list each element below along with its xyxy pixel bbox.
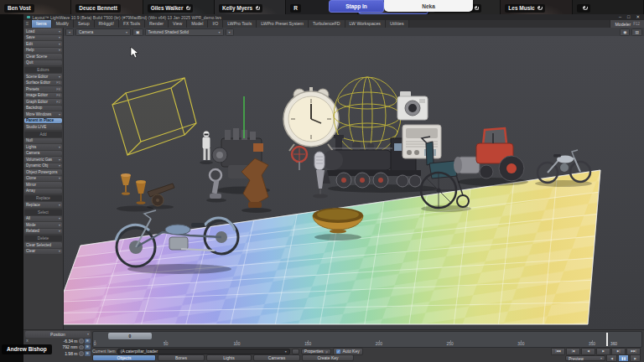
sidebar-item-backdrop[interactable]: Backdrop (24, 106, 62, 111)
sidebar-item-image-editor[interactable]: Image EditorF6 (24, 93, 62, 99)
sidebar-item-all[interactable]: All▾ (24, 216, 62, 222)
sidebar-item-graph-editor[interactable]: Graph EditorF2 (24, 99, 62, 105)
brass-bowl-object[interactable] (313, 208, 363, 240)
chevron-down-icon: ▾ (59, 48, 60, 52)
stapp-in-button[interactable]: Stapp In (329, 0, 384, 13)
sidebar-item-clear-selected[interactable]: Clear Selected (24, 242, 62, 248)
sidebar-item-load[interactable]: Load▾ (24, 28, 62, 34)
sidebar-item-replace[interactable]: Replace▾ (24, 202, 62, 208)
participant-name-pill: Ben Vost (4, 4, 34, 13)
maximize-button[interactable]: □ (627, 14, 630, 20)
preview-step-1[interactable]: ❚❚ (618, 354, 629, 362)
tab-items[interactable]: Items (32, 20, 52, 28)
sidebar-item-surface-editor[interactable]: Surface EditorF5 (24, 80, 62, 86)
call-popup-card[interactable]: Neka (384, 0, 473, 12)
sidebar-item-dynamic-obj[interactable]: Dynamic Obj▾ (24, 163, 62, 169)
participant-tile[interactable]: Kelly Myers (215, 0, 286, 14)
viewport-canvas[interactable] (64, 36, 644, 329)
sidebar-item-clear[interactable]: Clear▾ (24, 249, 62, 255)
sidebar-item-null[interactable]: Null (24, 138, 62, 144)
sidebar-item-parent-in-place[interactable]: Parent in Place (24, 118, 62, 124)
mic-muted-icon (538, 6, 542, 12)
left-toolbar: Load▾Save▾Edit▾Help▾Clear SceneQuitEdito… (23, 28, 64, 329)
position-mode-dropdown[interactable]: Position▾ (25, 331, 91, 338)
sidebar-item-object-powergons[interactable]: Object Powergons (24, 169, 62, 175)
close-button[interactable]: ✕ (636, 14, 640, 20)
pane-layout-menu[interactable]: ▾ (65, 28, 74, 36)
sidebar-item-array[interactable]: Array (24, 189, 62, 194)
tab-i-o[interactable]: I/O (208, 20, 223, 28)
sidebar-item-help[interactable]: Help▾ (24, 48, 62, 54)
sidebar-item-label: Mode (26, 223, 58, 227)
sidebar-item-scene-editor[interactable]: Scene Editor▾ (24, 74, 62, 80)
sidebar-item-studio-live[interactable]: Studio LIVE (24, 124, 62, 130)
chevron-down-icon: ▾ (59, 216, 60, 220)
camera-icon[interactable]: ▣ (132, 28, 143, 36)
minimize-button[interactable]: – (619, 14, 621, 20)
item-lock-toggle[interactable] (292, 349, 299, 355)
sidebar-item-quit[interactable]: Quit (24, 60, 62, 66)
menu-grip-icon[interactable]: ≡ (23, 20, 32, 28)
envelope-button[interactable]: E (85, 339, 91, 344)
scene-3d[interactable] (64, 36, 644, 329)
sidebar-item-related[interactable]: Related▾ (24, 229, 62, 235)
participant-tile[interactable]: Deuce Bennett (71, 0, 143, 14)
mode-button-cameras[interactable]: Cameras (253, 354, 300, 361)
participant-tile[interactable]: Giles Walker (143, 0, 215, 14)
transport-button-0[interactable]: |◀◀ (551, 348, 565, 355)
participant-tile[interactable]: Les Music (501, 0, 572, 14)
sidebar-item-label: Image Editor (26, 93, 55, 97)
sidebar-item-lights[interactable]: Lights▾ (24, 144, 62, 150)
tab-fx-tools[interactable]: FX Tools (119, 20, 145, 28)
envelope-button[interactable]: E (85, 344, 91, 349)
properties-button[interactable]: Properties p (301, 349, 331, 355)
envelope-button[interactable]: E (85, 351, 91, 356)
auto-key-checkbox[interactable]: ✓ (336, 349, 341, 354)
snapshot-icon[interactable]: ◉ (620, 28, 630, 36)
create-key-button[interactable]: Create Key (302, 354, 354, 361)
sidebar-item-mirror[interactable]: Mirror (24, 182, 62, 188)
current-item-dropdown[interactable]: (A caterpillar_loader▾ (117, 349, 290, 355)
participant-tile[interactable]: Ben Vost (0, 0, 71, 14)
sidebar-item-mode[interactable]: Mode▾ (24, 222, 62, 228)
sidebar-item-save[interactable]: Save▾ (24, 35, 62, 41)
tab-lwpro-tools[interactable]: LWPro Tools (223, 20, 257, 28)
tab-lwpro-preset-system[interactable]: LWPro Preset System (257, 20, 309, 28)
tab-turbulencefd[interactable]: TurbulenceFD (309, 20, 345, 28)
mode-button-objects[interactable]: Objects (92, 354, 156, 361)
modeler-button[interactable]: Modeler F12 (610, 20, 644, 28)
sidebar-item-volumetric-gas[interactable]: Volumetric Gas▾ (24, 157, 62, 163)
tab-lw-workspaces[interactable]: LW Workspaces (345, 20, 386, 28)
tab-utilities[interactable]: Utilities (386, 20, 409, 28)
video-call-strip: Ben VostDeuce BennettGiles WalkerKelly M… (0, 0, 644, 14)
mode-button-lights[interactable]: Lights (206, 354, 252, 361)
channel-state-icon[interactable] (79, 345, 84, 350)
sidebar-item-edit[interactable]: Edit▾ (24, 41, 62, 47)
extra-viewport-menu[interactable]: ▾ (226, 28, 234, 36)
channel-state-icon[interactable] (79, 339, 84, 344)
preview-step-0[interactable]: ◀ (606, 354, 617, 362)
sidebar-item-clear-scene[interactable]: Clear Scene (24, 54, 62, 59)
export-icon[interactable]: ▤ (631, 28, 642, 36)
timeline-slider[interactable]: 0 050100150200250300350 360 (92, 331, 642, 348)
sidebar-item-clone[interactable]: Clone▾ (24, 176, 62, 182)
end-frame-marker[interactable] (606, 333, 608, 346)
view-mode-dropdown[interactable]: Camera▾ (75, 28, 131, 36)
shading-mode-dropdown[interactable]: Textured Shaded Solid▾ (145, 28, 224, 36)
tab-view[interactable]: View (169, 20, 187, 28)
frame-slider-handle[interactable]: 0 (108, 333, 152, 339)
radio-appliance-object[interactable] (402, 125, 441, 158)
sidebar-item-presets[interactable]: PresetsF8 (24, 86, 62, 92)
channel-state-icon[interactable] (79, 351, 84, 356)
sidebar-item-camera[interactable]: Camera (24, 151, 62, 157)
participant-tile[interactable] (573, 0, 644, 14)
tab-modify[interactable]: Modify (52, 20, 74, 28)
tab-render[interactable]: Render (145, 20, 169, 28)
mode-button-bones[interactable]: Bones (158, 354, 205, 361)
preview-dropdown[interactable]: Preview▾ (565, 355, 605, 362)
tab-rhiggit[interactable]: RHiggit! (95, 20, 119, 28)
preview-step-2[interactable]: ▶ (630, 354, 641, 362)
tab-model[interactable]: Model (187, 20, 208, 28)
sidebar-item-more-windows[interactable]: More Windows▾ (24, 111, 62, 117)
tab-setup[interactable]: Setup (74, 20, 95, 28)
